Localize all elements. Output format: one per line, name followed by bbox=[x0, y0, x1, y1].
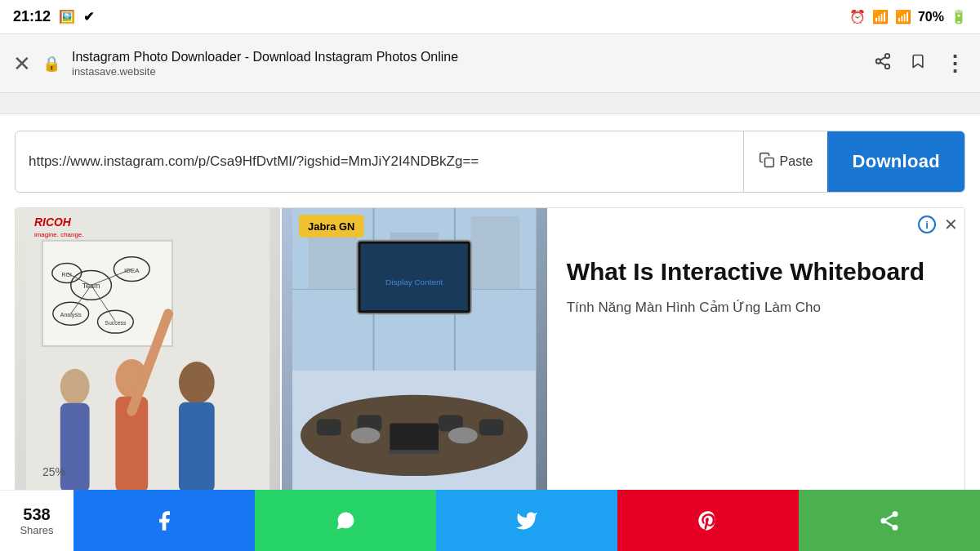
wifi-icon: 📶 bbox=[872, 9, 889, 24]
menu-icon[interactable]: ⋮ bbox=[944, 53, 967, 74]
whatsapp-share-button[interactable] bbox=[255, 490, 436, 551]
svg-text:ROI: ROI bbox=[62, 272, 72, 278]
share-count-area: 538 Shares bbox=[0, 490, 74, 551]
lock-icon: 🔒 bbox=[42, 55, 60, 73]
svg-rect-50 bbox=[390, 423, 439, 452]
svg-text:IDEA: IDEA bbox=[124, 267, 140, 274]
svg-rect-39 bbox=[471, 216, 520, 289]
svg-point-53 bbox=[448, 427, 478, 443]
svg-rect-5 bbox=[764, 158, 773, 167]
svg-line-57 bbox=[886, 522, 893, 526]
svg-point-55 bbox=[881, 518, 887, 523]
svg-rect-44 bbox=[479, 420, 504, 436]
svg-text:Jabra GN: Jabra GN bbox=[308, 220, 354, 233]
ad-content: i ✕ What Is Interactive Whiteboard Tính … bbox=[547, 208, 964, 492]
battery-percent: 70% bbox=[918, 10, 944, 24]
svg-rect-30 bbox=[179, 402, 215, 492]
screenshot-icon: 🖼️ bbox=[59, 9, 75, 24]
svg-point-52 bbox=[351, 427, 381, 443]
shares-count: 538 bbox=[23, 505, 50, 524]
ad-info-icon[interactable]: i bbox=[918, 216, 936, 233]
main-content: Paste Download Team IDEA Analy bbox=[0, 114, 980, 509]
status-right: ⏰ 📶 📶 70% 🔋 bbox=[849, 9, 967, 24]
url-input-area[interactable] bbox=[16, 131, 743, 192]
svg-point-24 bbox=[60, 369, 90, 405]
svg-rect-41 bbox=[317, 420, 341, 436]
share-bar: 538 Shares bbox=[0, 490, 980, 551]
ad-section: Team IDEA Analysis Success ROI RICOH bbox=[15, 207, 965, 493]
status-left: 21:12 🖼️ ✔ bbox=[13, 8, 94, 25]
paste-icon bbox=[759, 152, 775, 172]
svg-line-3 bbox=[880, 62, 885, 65]
svg-point-29 bbox=[179, 362, 215, 404]
ad-image-right: Display Content Jabra GN bbox=[282, 208, 546, 492]
paste-button[interactable]: Paste bbox=[743, 131, 828, 192]
battery-icon: 🔋 bbox=[951, 9, 967, 24]
svg-line-58 bbox=[886, 515, 893, 519]
pinterest-share-button[interactable] bbox=[617, 490, 799, 551]
ad-headline: What Is Interactive Whiteboard bbox=[567, 257, 945, 287]
bookmark-icon[interactable] bbox=[910, 52, 926, 75]
svg-text:25%: 25% bbox=[42, 465, 65, 478]
ad-close-icon[interactable]: ✕ bbox=[944, 215, 958, 234]
browser-title-area: Instagram Photo Downloader - Download In… bbox=[72, 49, 862, 78]
url-input[interactable] bbox=[29, 153, 730, 170]
svg-rect-25 bbox=[60, 403, 90, 492]
alarm-icon: ⏰ bbox=[849, 9, 866, 24]
svg-rect-51 bbox=[389, 450, 441, 454]
generic-share-button[interactable] bbox=[799, 490, 980, 551]
svg-text:RICOH: RICOH bbox=[34, 216, 72, 229]
paste-label: Paste bbox=[780, 154, 813, 169]
ad-image-left: Team IDEA Analysis Success ROI RICOH bbox=[16, 208, 280, 492]
ad-images: Team IDEA Analysis Success ROI RICOH bbox=[16, 208, 547, 492]
top-separator bbox=[0, 93, 980, 114]
svg-text:Team: Team bbox=[82, 282, 100, 290]
browser-bar: ✕ 🔒 Instagram Photo Downloader - Downloa… bbox=[0, 34, 980, 93]
svg-text:Display Content: Display Content bbox=[385, 278, 443, 287]
svg-point-54 bbox=[893, 511, 898, 517]
svg-line-4 bbox=[880, 56, 885, 60]
shares-label: Shares bbox=[20, 524, 53, 536]
svg-point-56 bbox=[893, 524, 898, 530]
svg-text:Success: Success bbox=[105, 320, 127, 326]
browser-close-button[interactable]: ✕ bbox=[13, 53, 31, 74]
facebook-share-button[interactable] bbox=[74, 490, 255, 551]
time-display: 21:12 bbox=[13, 8, 51, 25]
url-input-row: Paste Download bbox=[15, 131, 965, 193]
browser-actions: ⋮ bbox=[874, 52, 967, 75]
ad-subtext: Tính Năng Màn Hình Cảm Ứng Làm Cho bbox=[567, 298, 945, 318]
share-icon[interactable] bbox=[874, 52, 892, 75]
twitter-share-button[interactable] bbox=[436, 490, 617, 551]
status-bar: 21:12 🖼️ ✔ ⏰ 📶 📶 70% 🔋 bbox=[0, 0, 980, 34]
svg-text:imagine. change.: imagine. change. bbox=[34, 231, 83, 238]
page-url: instasave.website bbox=[72, 65, 862, 78]
check-icon: ✔ bbox=[83, 9, 94, 24]
signal-icon: 📶 bbox=[895, 9, 911, 24]
download-button[interactable]: Download bbox=[827, 131, 964, 192]
page-title: Instagram Photo Downloader - Download In… bbox=[72, 49, 862, 66]
